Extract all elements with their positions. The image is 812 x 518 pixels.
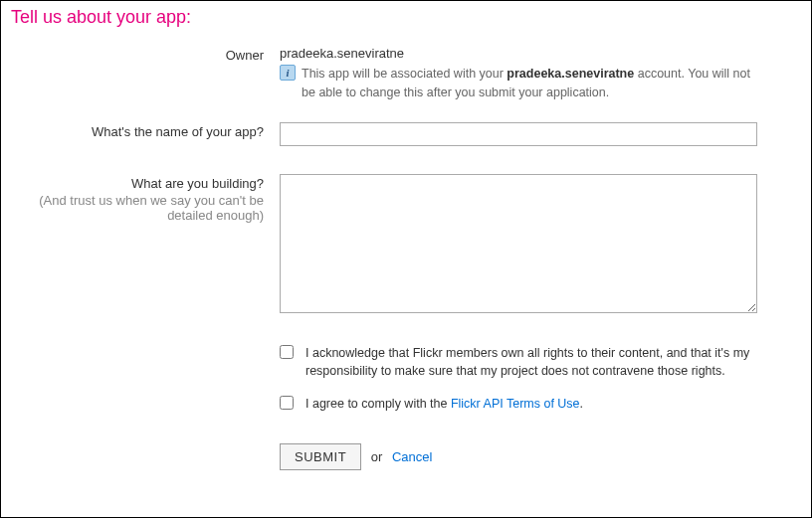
- building-row: What are you building? (And trust us whe…: [31, 174, 781, 316]
- building-label: What are you building?: [131, 176, 264, 191]
- owner-info: pradeeka.seneviratne i This app will be …: [280, 46, 757, 102]
- agree-prefix: I agree to comply with the: [305, 397, 451, 411]
- app-name-row: What's the name of your app?: [31, 122, 781, 146]
- submit-button[interactable]: SUBMIT: [280, 443, 361, 470]
- or-text: or: [371, 449, 383, 464]
- submit-row: SUBMIT or Cancel: [31, 443, 781, 470]
- owner-note-text: This app will be associated with your pr…: [302, 65, 757, 102]
- app-name-input[interactable]: [280, 122, 757, 146]
- agree-row: I agree to comply with the Flickr API Te…: [31, 395, 781, 414]
- app-name-label: What's the name of your app?: [31, 122, 280, 146]
- owner-note: i This app will be associated with your …: [280, 65, 757, 102]
- owner-note-prefix: This app will be associated with your: [302, 67, 507, 81]
- building-label-col: What are you building? (And trust us whe…: [31, 174, 280, 316]
- app-form-panel: Tell us about your app: Owner pradeeka.s…: [0, 0, 812, 518]
- agree-checkbox[interactable]: [280, 396, 294, 410]
- terms-link[interactable]: Flickr API Terms of Use: [451, 397, 580, 411]
- owner-note-bold: pradeeka.seneviratne: [507, 67, 634, 81]
- ack-checkbox[interactable]: [280, 345, 294, 359]
- info-icon: i: [280, 65, 296, 81]
- agree-label: I agree to comply with the Flickr API Te…: [305, 395, 583, 414]
- building-textarea[interactable]: [280, 174, 757, 313]
- owner-username: pradeeka.seneviratne: [280, 46, 757, 61]
- cancel-link[interactable]: Cancel: [392, 449, 432, 464]
- owner-row: Owner pradeeka.seneviratne i This app wi…: [31, 46, 781, 102]
- ack-label: I acknowledge that Flickr members own al…: [305, 344, 757, 382]
- building-hint: (And trust us when we say you can't be d…: [31, 193, 264, 223]
- owner-label: Owner: [31, 46, 280, 102]
- form-area: Owner pradeeka.seneviratne i This app wi…: [1, 36, 811, 518]
- page-title: Tell us about your app:: [1, 1, 811, 36]
- ack-row: I acknowledge that Flickr members own al…: [31, 344, 781, 382]
- agree-suffix: .: [580, 397, 583, 411]
